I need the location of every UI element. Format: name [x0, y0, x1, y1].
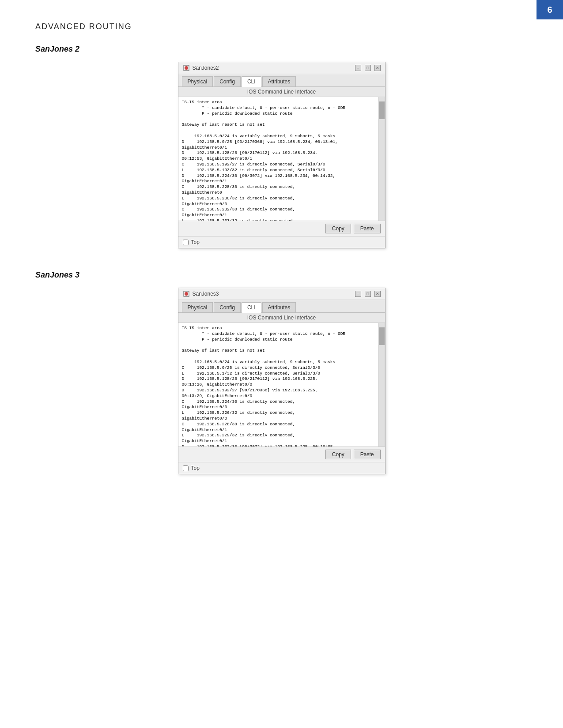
window-footer-s2: Top	[178, 236, 385, 248]
section-sanjones2: SanJones 2 SanJones2 – □ ✕	[35, 45, 528, 248]
top-checkbox-s3[interactable]	[183, 465, 189, 471]
page-number: 6	[537, 0, 563, 19]
tabs-bar-sanjones3: Physical Config CLI Attributes	[178, 300, 385, 313]
tabs-bar-sanjones2: Physical Config CLI Attributes	[178, 74, 385, 87]
cli-scrollbar-s3[interactable]	[378, 323, 385, 447]
section-title-sanjones2: SanJones 2	[35, 45, 528, 54]
maximize-button[interactable]: □	[365, 65, 371, 71]
minimize-button-s3[interactable]: –	[355, 291, 361, 297]
window-icon-s3	[183, 290, 190, 297]
tab-physical-s3[interactable]: Physical	[182, 302, 213, 312]
close-button[interactable]: ✕	[374, 65, 381, 71]
svg-point-1	[185, 66, 188, 70]
paste-button-s2[interactable]: Paste	[354, 224, 381, 233]
cli-header-s2: IOS Command Line Interface	[178, 87, 385, 97]
window-title-sanjones3: SanJones3	[193, 291, 219, 297]
cli-header-s3: IOS Command Line Interface	[178, 313, 385, 323]
cli-content-s2[interactable]: IS-IS inter area * - candidate default, …	[178, 97, 385, 221]
cli-content-s3[interactable]: IS-IS inter area * - candidate default, …	[178, 323, 385, 447]
window-sanjones2: SanJones2 – □ ✕ Physical Config CLI Attr…	[178, 62, 385, 248]
tab-physical-s2[interactable]: Physical	[182, 76, 213, 86]
tab-config-s2[interactable]: Config	[214, 76, 241, 86]
top-checkbox-s2[interactable]	[183, 240, 189, 245]
cli-buttons-s3: Copy Paste	[178, 447, 385, 462]
top-label-s3: Top	[191, 465, 200, 471]
window-title-sanjones2: SanJones2	[193, 65, 219, 71]
cli-buttons-s2: Copy Paste	[178, 221, 385, 236]
svg-point-3	[185, 292, 188, 296]
cli-text-s2: IS-IS inter area * - candidate default, …	[182, 100, 375, 221]
top-label-s2: Top	[191, 239, 200, 245]
minimize-button[interactable]: –	[355, 65, 361, 71]
title-bar-sanjones2: SanJones2 – □ ✕	[178, 62, 385, 74]
tab-config-s3[interactable]: Config	[214, 302, 241, 312]
cli-scrollbar-thumb-s2	[379, 101, 385, 119]
window-footer-s3: Top	[178, 462, 385, 474]
cli-text-s3: IS-IS inter area * - candidate default, …	[182, 326, 375, 447]
window-icon	[183, 64, 190, 71]
maximize-button-s3[interactable]: □	[365, 291, 371, 297]
window-sanjones3: SanJones3 – □ ✕ Physical Config CLI Attr…	[178, 288, 385, 474]
tab-cli-s2[interactable]: CLI	[242, 76, 261, 87]
tab-attributes-s2[interactable]: Attributes	[262, 76, 296, 86]
paste-button-s3[interactable]: Paste	[354, 450, 381, 459]
section-sanjones3: SanJones 3 SanJones3 – □ ✕	[35, 270, 528, 474]
copy-button-s3[interactable]: Copy	[325, 450, 351, 459]
close-button-s3[interactable]: ✕	[374, 291, 381, 297]
title-bar-sanjones3: SanJones3 – □ ✕	[178, 288, 385, 300]
cli-scrollbar-thumb-s3	[379, 327, 385, 345]
section-title-sanjones3: SanJones 3	[35, 270, 528, 280]
copy-button-s2[interactable]: Copy	[325, 224, 351, 233]
page-header: ADVANCED ROUTING	[35, 22, 528, 31]
tab-attributes-s3[interactable]: Attributes	[262, 302, 296, 312]
tab-cli-s3[interactable]: CLI	[242, 302, 261, 313]
cli-scrollbar-s2[interactable]	[378, 97, 385, 221]
